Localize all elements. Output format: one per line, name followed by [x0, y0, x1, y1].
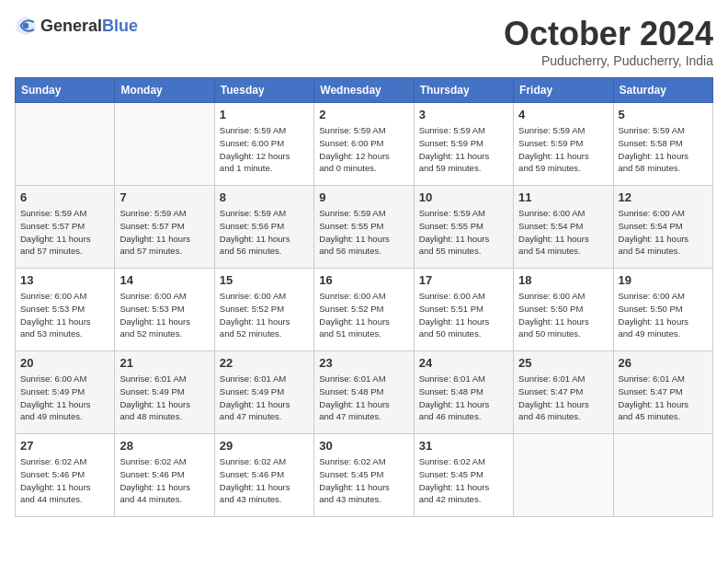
- calendar-cell: 31Sunrise: 6:02 AM Sunset: 5:45 PM Dayli…: [414, 434, 513, 517]
- calendar-cell: 25Sunrise: 6:01 AM Sunset: 5:47 PM Dayli…: [514, 351, 613, 434]
- day-number: 14: [119, 273, 209, 287]
- day-info: Sunrise: 5:59 AM Sunset: 5:57 PM Dayligh…: [119, 207, 209, 258]
- logo: GeneralBlue: [15, 15, 138, 37]
- calendar-cell: 5Sunrise: 5:59 AM Sunset: 5:58 PM Daylig…: [613, 103, 712, 186]
- calendar-cell: 16Sunrise: 6:00 AM Sunset: 5:52 PM Dayli…: [314, 269, 414, 351]
- day-info: Sunrise: 6:01 AM Sunset: 5:49 PM Dayligh…: [119, 373, 209, 423]
- day-number: 29: [220, 439, 309, 453]
- day-number: 5: [619, 108, 708, 121]
- calendar-cell: 7Sunrise: 5:59 AM Sunset: 5:57 PM Daylig…: [115, 186, 214, 269]
- day-number: 20: [20, 356, 109, 370]
- calendar-cell: 19Sunrise: 6:00 AM Sunset: 5:50 PM Dayli…: [613, 269, 712, 351]
- calendar-cell: 21Sunrise: 6:01 AM Sunset: 5:49 PM Dayli…: [115, 351, 214, 434]
- day-info: Sunrise: 6:00 AM Sunset: 5:52 PM Dayligh…: [319, 290, 408, 340]
- calendar-cell: 9Sunrise: 5:59 AM Sunset: 5:55 PM Daylig…: [314, 186, 414, 269]
- calendar-cell: 28Sunrise: 6:02 AM Sunset: 5:46 PM Dayli…: [115, 434, 214, 517]
- day-info: Sunrise: 6:02 AM Sunset: 5:46 PM Dayligh…: [119, 455, 209, 506]
- calendar-week-row: 20Sunrise: 6:00 AM Sunset: 5:49 PM Dayli…: [16, 351, 713, 434]
- calendar-cell: 12Sunrise: 6:00 AM Sunset: 5:54 PM Dayli…: [613, 186, 712, 269]
- calendar-cell: 27Sunrise: 6:02 AM Sunset: 5:46 PM Dayli…: [16, 434, 115, 517]
- calendar-cell: 4Sunrise: 5:59 AM Sunset: 5:59 PM Daylig…: [514, 103, 613, 186]
- day-number: 16: [319, 273, 408, 287]
- svg-point-1: [23, 23, 28, 29]
- day-number: 26: [619, 356, 708, 370]
- day-info: Sunrise: 6:00 AM Sunset: 5:52 PM Dayligh…: [220, 290, 309, 340]
- calendar-cell: 1Sunrise: 5:59 AM Sunset: 6:00 PM Daylig…: [214, 103, 313, 186]
- day-info: Sunrise: 6:02 AM Sunset: 5:46 PM Dayligh…: [220, 455, 309, 506]
- day-info: Sunrise: 6:01 AM Sunset: 5:49 PM Dayligh…: [220, 373, 309, 423]
- day-number: 7: [119, 190, 209, 204]
- day-info: Sunrise: 6:00 AM Sunset: 5:49 PM Dayligh…: [20, 373, 109, 423]
- month-title: October 2024: [504, 15, 713, 53]
- calendar-cell: 10Sunrise: 5:59 AM Sunset: 5:55 PM Dayli…: [414, 186, 513, 269]
- calendar-week-row: 13Sunrise: 6:00 AM Sunset: 5:53 PM Dayli…: [16, 269, 713, 351]
- day-number: 11: [518, 190, 608, 204]
- calendar-cell: 30Sunrise: 6:02 AM Sunset: 5:45 PM Dayli…: [314, 434, 414, 517]
- day-number: 15: [220, 273, 309, 287]
- day-info: Sunrise: 6:00 AM Sunset: 5:54 PM Dayligh…: [518, 207, 608, 258]
- day-number: 18: [518, 273, 608, 287]
- calendar-table: SundayMondayTuesdayWednesdayThursdayFrid…: [15, 77, 713, 517]
- day-number: 9: [319, 190, 408, 204]
- calendar-week-row: 27Sunrise: 6:02 AM Sunset: 5:46 PM Dayli…: [16, 434, 713, 517]
- day-info: Sunrise: 6:02 AM Sunset: 5:45 PM Dayligh…: [319, 455, 408, 506]
- calendar-cell: [115, 103, 214, 186]
- day-info: Sunrise: 6:00 AM Sunset: 5:54 PM Dayligh…: [619, 207, 708, 258]
- calendar-cell: [613, 434, 712, 517]
- weekday-header-friday: Friday: [514, 78, 613, 103]
- calendar-cell: 24Sunrise: 6:01 AM Sunset: 5:48 PM Dayli…: [414, 351, 513, 434]
- day-number: 19: [619, 273, 708, 287]
- logo-icon: [15, 15, 37, 37]
- day-number: 28: [119, 439, 209, 453]
- day-number: 8: [220, 190, 309, 204]
- calendar-cell: 17Sunrise: 6:00 AM Sunset: 5:51 PM Dayli…: [414, 269, 513, 351]
- day-number: 31: [419, 439, 508, 453]
- calendar-cell: [514, 434, 613, 517]
- logo-general-text: General: [40, 17, 102, 35]
- day-info: Sunrise: 5:59 AM Sunset: 5:55 PM Dayligh…: [319, 207, 408, 258]
- logo-wordmark: GeneralBlue: [40, 17, 138, 36]
- calendar-cell: 26Sunrise: 6:01 AM Sunset: 5:47 PM Dayli…: [613, 351, 712, 434]
- day-number: 13: [20, 273, 109, 287]
- weekday-header-tuesday: Tuesday: [214, 78, 313, 103]
- weekday-header-sunday: Sunday: [16, 78, 115, 103]
- calendar-cell: 23Sunrise: 6:01 AM Sunset: 5:48 PM Dayli…: [314, 351, 414, 434]
- page-header: GeneralBlue October 2024 Puducherry, Pud…: [15, 15, 713, 68]
- day-number: 24: [419, 356, 508, 370]
- day-info: Sunrise: 6:01 AM Sunset: 5:48 PM Dayligh…: [419, 373, 508, 423]
- calendar-cell: 8Sunrise: 5:59 AM Sunset: 5:56 PM Daylig…: [214, 186, 313, 269]
- day-info: Sunrise: 6:00 AM Sunset: 5:53 PM Dayligh…: [20, 290, 109, 340]
- weekday-header-wednesday: Wednesday: [314, 78, 414, 103]
- day-info: Sunrise: 6:01 AM Sunset: 5:47 PM Dayligh…: [619, 373, 708, 423]
- day-info: Sunrise: 6:01 AM Sunset: 5:48 PM Dayligh…: [319, 373, 408, 423]
- day-info: Sunrise: 6:00 AM Sunset: 5:50 PM Dayligh…: [518, 290, 608, 340]
- day-number: 12: [619, 190, 708, 204]
- day-info: Sunrise: 6:02 AM Sunset: 5:45 PM Dayligh…: [419, 455, 508, 506]
- calendar-cell: 13Sunrise: 6:00 AM Sunset: 5:53 PM Dayli…: [16, 269, 115, 351]
- calendar-cell: 2Sunrise: 5:59 AM Sunset: 6:00 PM Daylig…: [314, 103, 414, 186]
- weekday-header-row: SundayMondayTuesdayWednesdayThursdayFrid…: [16, 78, 713, 103]
- day-number: 23: [319, 356, 408, 370]
- calendar-cell: 22Sunrise: 6:01 AM Sunset: 5:49 PM Dayli…: [214, 351, 313, 434]
- day-info: Sunrise: 5:59 AM Sunset: 5:57 PM Dayligh…: [20, 207, 109, 258]
- calendar-week-row: 6Sunrise: 5:59 AM Sunset: 5:57 PM Daylig…: [16, 186, 713, 269]
- day-number: 25: [518, 356, 608, 370]
- day-info: Sunrise: 6:00 AM Sunset: 5:51 PM Dayligh…: [419, 290, 508, 340]
- calendar-cell: 15Sunrise: 6:00 AM Sunset: 5:52 PM Dayli…: [214, 269, 313, 351]
- day-info: Sunrise: 5:59 AM Sunset: 6:00 PM Dayligh…: [220, 124, 309, 175]
- day-info: Sunrise: 6:00 AM Sunset: 5:50 PM Dayligh…: [619, 290, 708, 340]
- calendar-cell: 14Sunrise: 6:00 AM Sunset: 5:53 PM Dayli…: [115, 269, 214, 351]
- title-area: October 2024 Puducherry, Puducherry, Ind…: [504, 15, 713, 68]
- weekday-header-saturday: Saturday: [613, 78, 712, 103]
- day-number: 6: [20, 190, 109, 204]
- day-info: Sunrise: 6:01 AM Sunset: 5:47 PM Dayligh…: [518, 373, 608, 423]
- day-info: Sunrise: 5:59 AM Sunset: 5:59 PM Dayligh…: [419, 124, 508, 175]
- day-info: Sunrise: 6:02 AM Sunset: 5:46 PM Dayligh…: [20, 455, 109, 506]
- day-number: 22: [220, 356, 309, 370]
- day-info: Sunrise: 5:59 AM Sunset: 5:55 PM Dayligh…: [419, 207, 508, 258]
- day-info: Sunrise: 5:59 AM Sunset: 5:59 PM Dayligh…: [518, 124, 608, 175]
- calendar-cell: 11Sunrise: 6:00 AM Sunset: 5:54 PM Dayli…: [514, 186, 613, 269]
- day-number: 17: [419, 273, 508, 287]
- day-number: 21: [119, 356, 209, 370]
- day-info: Sunrise: 5:59 AM Sunset: 5:58 PM Dayligh…: [619, 124, 708, 175]
